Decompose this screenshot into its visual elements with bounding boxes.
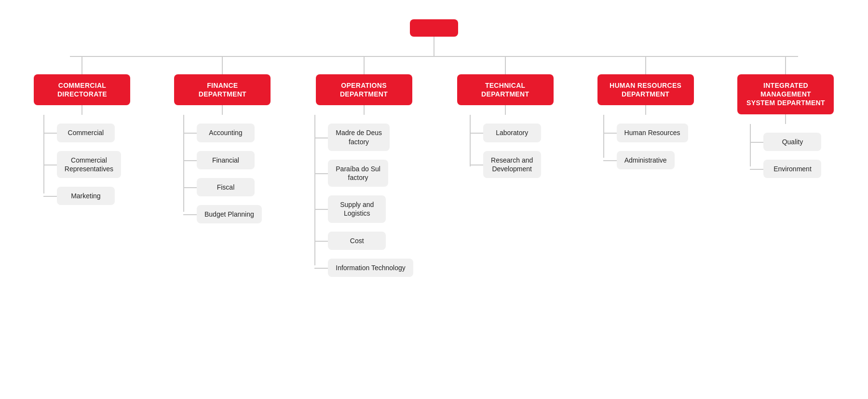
dept-to-children-connector <box>645 105 646 115</box>
org-chart: COMMERCIAL DIRECTORATECommercialCommerci… <box>0 0 868 399</box>
dept-col-hr-department: HUMAN RESOURCES DEPARTMENTHuman Resource… <box>597 56 694 169</box>
dept-top-connector <box>785 56 786 74</box>
children-area-ims-department: QualityEnvironment <box>750 124 821 178</box>
root-connector <box>434 37 434 56</box>
root-node <box>410 19 458 37</box>
child-box: Financial <box>197 151 255 169</box>
list-item: Marketing <box>57 187 115 205</box>
list-item: Supply and Logistics <box>328 195 386 222</box>
list-item: Fiscal <box>197 178 255 196</box>
child-box: Laboratory <box>483 124 541 142</box>
list-item: Laboratory <box>483 124 541 142</box>
dept-top-connector <box>505 56 506 74</box>
list-item: Information Technology <box>328 259 413 277</box>
child-box: Administrative <box>617 151 675 169</box>
dept-header-operations-department: OPERATIONS DEPARTMENT <box>316 74 412 105</box>
dept-top-connector <box>645 56 646 74</box>
dept-to-children-connector <box>785 114 786 124</box>
list-item: Commercial <box>57 124 115 142</box>
list-item: Budget Planning <box>197 205 262 223</box>
children-area-finance-department: AccountingFinancialFiscalBudget Planning <box>183 115 262 223</box>
dept-col-technical-department: TECHNICAL DEPARTMENTLaboratoryResearch a… <box>457 56 554 178</box>
list-item: Human Resources <box>617 124 688 142</box>
child-box: Supply and Logistics <box>328 195 386 222</box>
children-area-commercial-directorate: CommercialCommercial RepresentativesMark… <box>43 115 121 205</box>
dept-top-connector <box>222 56 223 74</box>
dept-col-commercial-directorate: COMMERCIAL DIRECTORATECommercialCommerci… <box>34 56 130 205</box>
child-box: Marketing <box>57 187 115 205</box>
list-item: Accounting <box>197 124 255 142</box>
list-item: Cost <box>328 232 386 250</box>
child-box: Commercial Representatives <box>57 151 121 178</box>
child-box: Accounting <box>197 124 255 142</box>
children-area-technical-department: LaboratoryResearch and Development <box>470 115 541 178</box>
dept-col-ims-department: INTEGRATED MANAGEMENT SYSTEM DEPARTMENTQ… <box>737 56 834 178</box>
dept-col-operations-department: OPERATIONS DEPARTMENTMadre de Deus facto… <box>314 56 413 277</box>
child-box: Quality <box>763 133 821 151</box>
dept-to-children-connector <box>81 105 82 115</box>
child-box: Cost <box>328 232 386 250</box>
child-box: Paraíba do Sul factory <box>328 160 388 187</box>
dept-to-children-connector <box>222 105 223 115</box>
dept-top-connector <box>81 56 82 74</box>
children-area-operations-department: Madre de Deus factoryParaíba do Sul fact… <box>314 115 413 277</box>
dept-col-finance-department: FINANCE DEPARTMENTAccountingFinancialFis… <box>174 56 271 223</box>
list-item: Commercial Representatives <box>57 151 121 178</box>
list-item: Research and Development <box>483 151 541 178</box>
dept-header-hr-department: HUMAN RESOURCES DEPARTMENT <box>597 74 694 105</box>
list-item: Paraíba do Sul factory <box>328 160 388 187</box>
dept-to-children-connector <box>364 105 365 115</box>
child-box: Information Technology <box>328 259 413 277</box>
departments-row: COMMERCIAL DIRECTORATECommercialCommerci… <box>12 56 856 277</box>
dept-header-technical-department: TECHNICAL DEPARTMENT <box>457 74 554 105</box>
dept-header-commercial-directorate: COMMERCIAL DIRECTORATE <box>34 74 130 105</box>
child-box: Madre de Deus factory <box>328 124 390 151</box>
child-box: Human Resources <box>617 124 688 142</box>
list-item: Madre de Deus factory <box>328 124 390 151</box>
list-item: Quality <box>763 133 821 151</box>
dept-to-children-connector <box>505 105 506 115</box>
child-box: Fiscal <box>197 178 255 196</box>
list-item: Environment <box>763 160 821 178</box>
dept-top-connector <box>364 56 365 74</box>
dept-header-ims-department: INTEGRATED MANAGEMENT SYSTEM DEPARTMENT <box>737 74 834 114</box>
child-box: Commercial <box>57 124 115 142</box>
child-box: Environment <box>763 160 821 178</box>
dept-header-finance-department: FINANCE DEPARTMENT <box>174 74 271 105</box>
list-item: Administrative <box>617 151 675 169</box>
child-box: Research and Development <box>483 151 541 178</box>
list-item: Financial <box>197 151 255 169</box>
child-box: Budget Planning <box>197 205 262 223</box>
children-area-hr-department: Human ResourcesAdministrative <box>603 115 688 169</box>
